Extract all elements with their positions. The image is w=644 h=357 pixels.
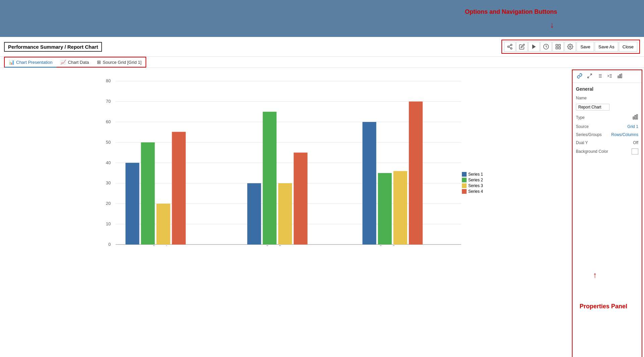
svg-rect-48 — [635, 116, 636, 119]
chart-data-icon: 📈 — [60, 59, 66, 65]
prop-series-value[interactable]: Rows/Columns — [611, 132, 638, 137]
bar-group-c-series4 — [409, 101, 423, 244]
prop-dualy-value: Off — [633, 140, 638, 145]
svg-text:Group C: Group C — [379, 244, 395, 246]
legend-series4: Series 4 — [462, 189, 483, 194]
svg-text:30: 30 — [106, 181, 111, 186]
svg-text:10: 10 — [106, 221, 111, 226]
tab-chart-data[interactable]: 📈 Chart Data — [56, 57, 93, 68]
prop-list-btn[interactable] — [595, 72, 604, 81]
tabs-container: 📊 Chart Presentation 📈 Chart Data ⊞ Sour… — [4, 57, 146, 68]
close-button[interactable]: Close — [619, 42, 637, 52]
main-area: Performance Summary / Report Chart → Rep… — [0, 37, 644, 357]
legend-series1: Series 1 — [462, 172, 483, 177]
save-as-button[interactable]: Save As — [595, 42, 618, 52]
bar-group-b-series3 — [278, 183, 292, 244]
prop-source-row: Source Grid 1 — [576, 124, 638, 129]
tab-chart-presentation[interactable]: 📊 Chart Presentation — [5, 57, 56, 68]
chart-legend: Series 1 Series 2 Series 3 Series 4 — [462, 172, 483, 195]
bar-group-a-series4 — [172, 132, 185, 245]
prop-bgcolor-swatch[interactable] — [632, 148, 638, 154]
prop-series-row: Series/Groups Rows/Columns — [576, 132, 638, 137]
bar-group-b-series4 — [294, 152, 308, 244]
annotation-properties: Properties Panel — [580, 303, 627, 310]
report-name-text: Performance Summary / Report Chart — [8, 44, 98, 50]
tab-chart-data-label: Chart Data — [68, 60, 89, 65]
svg-text:60: 60 — [106, 119, 111, 124]
prop-expand-btn[interactable] — [585, 72, 594, 81]
properties-toolbar — [573, 70, 642, 83]
prop-name-row: Name — [576, 96, 638, 100]
legend-color-series4 — [462, 189, 467, 194]
legend-series2: Series 2 — [462, 178, 483, 182]
bar-group-c-series3 — [393, 171, 407, 244]
legend-label-series1: Series 1 — [468, 172, 483, 177]
prop-type-label: Type — [576, 115, 585, 120]
share-btn[interactable] — [504, 42, 516, 52]
svg-text:70: 70 — [106, 99, 111, 104]
prop-dualy-label: Dual Y — [576, 140, 588, 145]
chart-presentation-icon: 📊 — [9, 59, 14, 65]
tab-chart-presentation-label: Chart Presentation — [16, 60, 52, 65]
prop-type-row: Type — [576, 114, 638, 121]
arrow-down-icon: ↓ — [550, 20, 554, 30]
svg-text:20: 20 — [106, 201, 111, 206]
prop-link-btn[interactable] — [575, 72, 584, 81]
svg-text:80: 80 — [106, 78, 111, 83]
legend-color-series3 — [462, 183, 467, 188]
prop-chart-btn[interactable] — [615, 72, 624, 81]
bar-group-c-series2 — [378, 173, 392, 244]
svg-rect-47 — [633, 117, 634, 119]
play-btn[interactable] — [528, 42, 540, 52]
properties-panel: General Name Type — [572, 70, 642, 357]
top-bar — [0, 0, 644, 37]
bar-group-b-series2 — [263, 112, 276, 244]
grid-btn[interactable] — [552, 42, 564, 52]
toolbar-buttons: Save Save As Close — [501, 40, 640, 54]
bar-group-a-series1 — [125, 163, 139, 244]
tab-source-grid-label: Source Grid [Grid 1] — [103, 60, 142, 65]
prop-source-value[interactable]: Grid 1 — [627, 124, 638, 129]
svg-text:40: 40 — [106, 160, 111, 165]
prop-bgcolor-label: Background Color — [576, 149, 608, 154]
prop-name-input[interactable] — [576, 104, 609, 110]
properties-section-title: General — [576, 86, 638, 92]
bar-group-c-series1 — [363, 122, 376, 244]
header-bar: Performance Summary / Report Chart → Rep… — [0, 37, 644, 57]
legend-color-series2 — [462, 178, 467, 182]
svg-rect-46 — [621, 74, 622, 78]
prop-bgcolor-row: Background Color — [576, 148, 638, 154]
tab-source-grid[interactable]: ⊞ Source Grid [Grid 1] — [93, 57, 146, 68]
legend-label-series2: Series 2 — [468, 178, 483, 182]
svg-point-11 — [570, 46, 571, 48]
legend-label-series4: Series 4 — [468, 189, 483, 194]
svg-text:0: 0 — [108, 242, 111, 246]
svg-point-2 — [511, 48, 513, 49]
prop-dualy-row: Dual Y Off — [576, 140, 638, 145]
bar-group-a-series3 — [156, 204, 170, 244]
prop-indent-btn[interactable] — [605, 72, 614, 81]
svg-marker-5 — [532, 44, 536, 49]
prop-name-label: Name — [576, 96, 587, 100]
properties-content: General Name Type — [573, 83, 642, 161]
prop-name-input-row — [576, 104, 638, 110]
bar-group-b-series1 — [247, 183, 261, 244]
source-grid-icon: ⊞ — [97, 59, 101, 65]
svg-line-33 — [590, 74, 592, 76]
chart-svg: 80 70 60 50 40 30 20 — [7, 71, 564, 246]
svg-text:Group B: Group B — [266, 244, 281, 246]
svg-point-0 — [511, 44, 513, 46]
refresh-btn[interactable] — [540, 42, 552, 52]
annotation-options-nav: Options and Navigation Buttons — [465, 8, 557, 15]
svg-line-34 — [588, 76, 589, 78]
edit-btn[interactable] — [516, 42, 528, 52]
svg-rect-7 — [556, 44, 558, 46]
svg-line-3 — [509, 47, 511, 48]
save-button[interactable]: Save — [577, 42, 594, 52]
arrow-up-icon: ↑ — [593, 270, 597, 280]
svg-rect-8 — [559, 44, 560, 46]
legend-color-series1 — [462, 172, 467, 177]
legend-label-series3: Series 3 — [468, 183, 483, 188]
gear-btn[interactable] — [565, 42, 576, 52]
svg-rect-45 — [620, 75, 621, 78]
